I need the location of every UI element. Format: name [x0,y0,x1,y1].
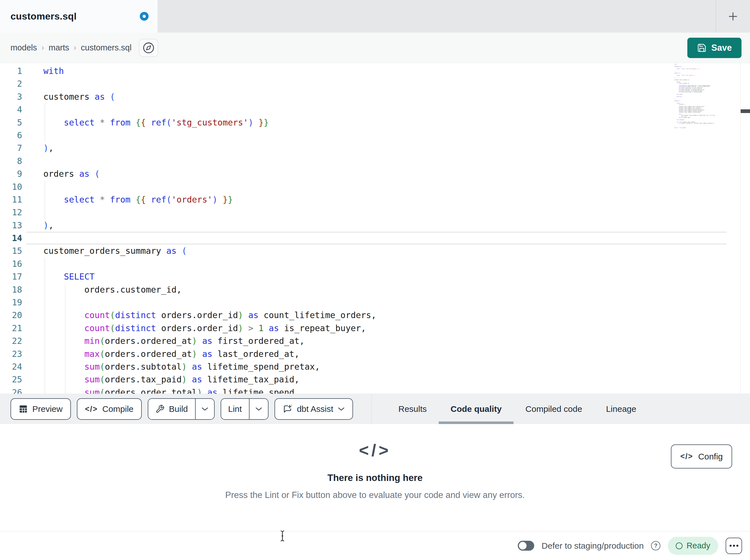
lint-button[interactable]: Lint [221,399,249,419]
code-line-5[interactable]: 5 select * from {{ ref('stg_customers') … [0,116,750,129]
code-line-15[interactable]: 15customer_orders_summary as ( [0,245,750,257]
file-tab-title: customers.sql [11,11,77,22]
tab-bar: customers.sql [0,0,750,33]
defer-toggle[interactable] [518,541,534,551]
tabbar-divider [716,0,716,33]
breadcrumb-separator: › [42,43,44,52]
code-line-23[interactable]: 23 max(orders.ordered_at) as last_ordere… [0,348,750,360]
code-line-12[interactable]: 12 [0,206,750,219]
line-number: 11 [0,193,22,206]
scrollbar-thumb[interactable] [741,109,750,113]
compile-button[interactable]: </> Compile [77,398,142,420]
minimap-line: select * from joined [674,127,730,129]
code-line-10[interactable]: 10 [0,181,750,193]
status-badge-label: Ready [687,541,710,551]
code-line-14[interactable]: 14 [0,232,750,245]
breadcrumb-marts[interactable]: marts [49,43,70,53]
line-number: 1 [0,65,22,77]
build-dropdown-button[interactable] [195,399,214,419]
code-brackets-icon: </> [85,405,98,414]
line-number: 8 [0,155,22,167]
code-line-1[interactable]: 1with [0,65,750,77]
line-number: 6 [0,129,22,142]
breadcrumb-separator: › [74,43,76,52]
code-line-11[interactable]: 11 select * from {{ ref('orders') }} [0,193,750,206]
tab-code-quality[interactable]: Code quality [451,394,501,424]
help-icon[interactable]: ? [651,541,660,551]
code-line-17[interactable]: 17 SELECT [0,270,750,283]
tab-compiled-code[interactable]: Compiled code [526,394,582,424]
chevron-down-icon [338,407,345,411]
empty-state-title: There is nothing here [0,473,750,483]
line-number: 15 [0,245,22,257]
toggle-knob [519,542,527,549]
code-line-22[interactable]: 22 min(orders.ordered_at) as first_order… [0,334,750,347]
preview-button[interactable]: Preview [11,398,71,420]
editor-minimap[interactable]: withcustomers as ( select * from {{ ref(… [674,64,730,149]
breadcrumb-row: models › marts › customers.sql Save [0,33,750,63]
active-line-highlight [26,232,727,245]
line-number: 14 [0,232,22,245]
panel-tabs: Results Code quality Compiled code Linea… [398,394,636,424]
dbt-assist-button-label: dbt Assist [297,404,333,414]
indent-guide [65,284,65,394]
code-line-9[interactable]: 9orders as ( [0,167,750,180]
code-line-25[interactable]: 25 sum(orders.tax_paid) as lifetime_tax_… [0,373,750,386]
lint-button-label: Lint [228,404,242,414]
ellipsis-icon [730,545,732,547]
code-line-6[interactable]: 6 [0,129,750,142]
line-number: 7 [0,142,22,154]
code-line-20[interactable]: 20 count(distinct orders.order_id) as co… [0,309,750,322]
tab-lineage[interactable]: Lineage [606,394,636,424]
line-number: 18 [0,283,22,296]
code-line-2[interactable]: 2 [0,77,750,90]
line-number: 9 [0,167,22,180]
code-quality-panel: </> There is nothing here Press the Lint… [0,424,750,531]
chat-sparkle-icon [283,404,292,414]
unsaved-changes-dot-icon [140,12,149,21]
tab-results[interactable]: Results [398,394,427,424]
lint-dropdown-button[interactable] [249,399,268,419]
code-line-26[interactable]: 26 sum(orders.order_total) as lifetime_s… [0,386,750,394]
config-button[interactable]: </> Config [671,444,732,469]
empty-state-description: Press the Lint or Fix button above to ev… [0,490,750,500]
line-number: 26 [0,386,22,394]
line-number: 23 [0,348,22,360]
floppy-disk-icon [697,43,707,53]
build-split-button: Build [148,398,215,420]
code-line-13[interactable]: 13), [0,219,750,232]
lint-split-button: Lint [221,398,269,420]
wrench-icon [155,405,164,414]
code-line-3[interactable]: 3customers as ( [0,90,750,103]
code-line-18[interactable]: 18 orders.customer_id, [0,283,750,296]
code-editor[interactable]: 1with23customers as (45 select * from {{… [0,63,750,394]
preview-button-label: Preview [32,404,63,414]
code-brackets-icon: </> [680,452,693,461]
new-tab-button[interactable] [722,6,744,27]
status-badge: Ready [668,537,718,555]
line-number: 22 [0,334,22,347]
code-line-24[interactable]: 24 sum(orders.subtotal) as lifetime_spen… [0,360,750,373]
code-line-19[interactable]: 19 [0,296,750,309]
config-button-label: Config [698,452,723,461]
breadcrumb-models[interactable]: models [11,43,37,53]
compile-button-label: Compile [102,404,134,414]
build-button[interactable]: Build [148,399,195,419]
code-line-4[interactable]: 4 [0,103,750,116]
code-line-8[interactable]: 8 [0,155,750,167]
more-options-button[interactable] [726,538,742,554]
file-tab-customers-sql[interactable]: customers.sql [0,0,158,33]
code-line-16[interactable]: 16 [0,257,750,270]
editor-toolbar: Preview </> Compile Build Lint [0,394,750,424]
line-number: 3 [0,90,22,103]
plus-icon [727,10,739,23]
save-button[interactable]: Save [687,38,742,58]
status-ring-icon [676,542,683,549]
code-line-7[interactable]: 7), [0,142,750,154]
build-button-label: Build [169,404,188,414]
file-navigator-button[interactable] [139,39,158,57]
code-line-21[interactable]: 21 count(distinct orders.order_id) > 1 a… [0,322,750,334]
dbt-assist-button[interactable]: dbt Assist [275,398,353,420]
table-grid-icon [19,405,28,414]
breadcrumb-customers-sql[interactable]: customers.sql [81,43,132,53]
